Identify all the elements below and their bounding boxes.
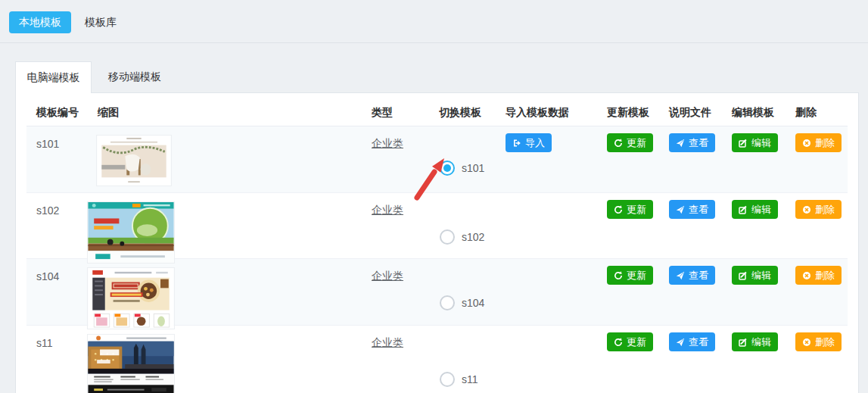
delete-button[interactable]: 删除 — [795, 266, 842, 285]
edit-icon — [739, 205, 748, 214]
col-header-edit: 编辑模板 — [732, 93, 795, 126]
x-circle-icon — [802, 338, 811, 347]
thumbnail-s11 — [87, 334, 175, 393]
update-button[interactable]: 更新 — [607, 266, 653, 285]
thumbnail-s102 — [87, 201, 175, 264]
refresh-icon — [614, 271, 623, 280]
type-link[interactable]: 企业类 — [372, 137, 403, 149]
table-row: s104 — [26, 259, 848, 326]
import-icon — [512, 139, 521, 148]
delete-button[interactable]: 删除 — [795, 332, 842, 351]
col-header-import: 导入模板数据 — [506, 93, 607, 126]
tab-mobile-templates[interactable]: 移动端模板 — [92, 61, 178, 92]
refresh-icon — [614, 205, 623, 214]
view-button[interactable]: 查看 — [669, 200, 715, 219]
col-header-code: 模板编号 — [26, 93, 86, 126]
table-header-row: 模板编号 缩图 类型 切换模板 导入模板数据 更新模板 说明文件 编辑模板 删除 — [26, 93, 848, 126]
type-link[interactable]: 企业类 — [372, 204, 403, 216]
paper-plane-icon — [676, 338, 685, 347]
radio-label: s104 — [462, 297, 484, 309]
type-link[interactable]: 企业类 — [372, 270, 403, 282]
view-button[interactable]: 查看 — [669, 266, 715, 285]
view-button[interactable]: 查看 — [669, 332, 715, 351]
delete-button[interactable]: 删除 — [795, 200, 842, 219]
tab-local-templates[interactable]: 本地模板 — [9, 11, 71, 33]
view-button[interactable]: 查看 — [669, 133, 715, 152]
col-header-switch: 切换模板 — [439, 93, 506, 126]
paper-plane-icon — [676, 139, 685, 148]
x-circle-icon — [802, 271, 811, 280]
update-button[interactable]: 更新 — [607, 133, 653, 152]
tab-pc-templates[interactable]: 电脑端模板 — [15, 61, 92, 93]
update-button[interactable]: 更新 — [607, 332, 653, 351]
refresh-icon — [614, 338, 623, 347]
radio-label: s101 — [462, 162, 484, 174]
template-code: s104 — [26, 259, 86, 329]
thumbnail-s101 — [96, 135, 172, 186]
template-code: s102 — [26, 193, 86, 264]
col-header-delete: 删除 — [795, 93, 848, 126]
edit-button[interactable]: 编辑 — [732, 332, 778, 351]
type-link[interactable]: 企业类 — [372, 336, 403, 348]
table-row: s102 — [26, 193, 848, 259]
radio-label: s102 — [462, 231, 484, 243]
table-row: s101 企业类 — [26, 126, 848, 193]
app-window: { "topbar": { "tabs": [ { "label": "本地模板… — [0, 0, 868, 393]
top-tab-bar: 本地模板 模板库 — [0, 0, 868, 43]
template-table-card: 模板编号 缩图 类型 切换模板 导入模板数据 更新模板 说明文件 编辑模板 删除… — [15, 92, 859, 393]
switch-template-radio[interactable] — [440, 161, 455, 176]
import-button[interactable]: 导入 — [506, 133, 552, 152]
edit-icon — [739, 338, 748, 347]
paper-plane-icon — [676, 205, 685, 214]
x-circle-icon — [802, 139, 811, 148]
switch-template-radio[interactable] — [440, 372, 455, 387]
radio-label: s11 — [462, 373, 478, 385]
x-circle-icon — [802, 205, 811, 214]
refresh-icon — [614, 139, 623, 148]
col-header-update: 更新模板 — [607, 93, 669, 126]
col-header-type: 类型 — [372, 93, 439, 126]
template-code: s11 — [26, 326, 86, 393]
thumbnail-s104 — [87, 267, 175, 329]
template-code: s101 — [26, 126, 86, 192]
switch-template-radio[interactable] — [440, 229, 455, 245]
tab-template-library[interactable]: 模板库 — [85, 11, 117, 33]
col-header-docs: 说明文件 — [669, 93, 732, 126]
edit-button[interactable]: 编辑 — [732, 133, 778, 152]
edit-icon — [739, 139, 748, 148]
delete-button[interactable]: 删除 — [795, 133, 842, 152]
update-button[interactable]: 更新 — [607, 200, 653, 219]
edit-button[interactable]: 编辑 — [732, 266, 778, 285]
col-header-thumbnail: 缩图 — [86, 93, 372, 126]
switch-template-radio[interactable] — [440, 295, 455, 310]
edit-button[interactable]: 编辑 — [732, 200, 778, 219]
edit-icon — [739, 271, 748, 280]
table-row: s11 — [26, 326, 848, 393]
paper-plane-icon — [676, 271, 685, 280]
